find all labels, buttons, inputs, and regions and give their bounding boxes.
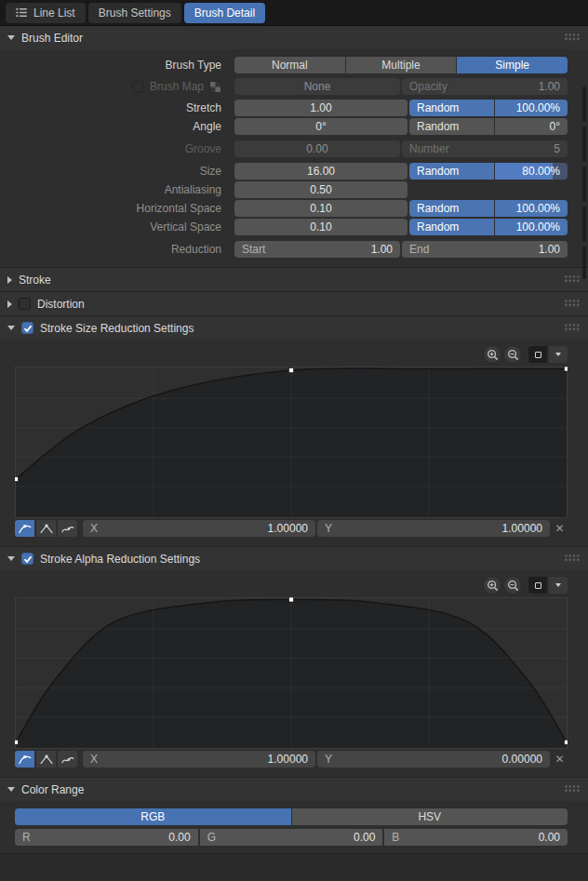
size-reduction-curve-canvas[interactable]: [15, 367, 568, 518]
brush-type-normal-button[interactable]: Normal: [234, 57, 345, 73]
color-range-header[interactable]: Color Range: [0, 778, 588, 801]
brush-map-menu[interactable]: None: [234, 78, 400, 95]
scrollbar-thumb-segment[interactable]: [582, 87, 586, 122]
alpha-reduction-curve-canvas[interactable]: [15, 597, 568, 749]
tab-brush-detail[interactable]: Brush Detail: [184, 3, 265, 23]
panel-grip-icon[interactable]: [565, 300, 581, 308]
hspace-value: 0.10: [310, 202, 331, 215]
opacity-field[interactable]: Opacity 1.00: [402, 78, 568, 95]
brush-type-simple-button[interactable]: Simple: [457, 57, 568, 73]
random-label: Random: [417, 101, 459, 114]
horizontal-space-random-toggle[interactable]: Random: [409, 200, 494, 217]
distortion-checkbox[interactable]: [19, 298, 31, 310]
reduction-start-field[interactable]: Start 1.00: [234, 241, 400, 258]
handle-auto-button[interactable]: [15, 520, 34, 537]
panel-grip-icon[interactable]: [565, 324, 581, 332]
y-value: 0.00000: [502, 753, 542, 766]
size-value-field[interactable]: 16.00: [234, 163, 408, 180]
handle-vector-button[interactable]: [36, 520, 56, 537]
alpha-reduction-header[interactable]: Stroke Alpha Reduction Settings: [0, 547, 588, 570]
alpha-reduction-checkbox[interactable]: [21, 553, 33, 565]
reduction-end-field[interactable]: End 1.00: [402, 241, 568, 258]
scrollbar-thumb-segment[interactable]: [582, 207, 586, 242]
horizontal-space-value-field[interactable]: 0.10: [234, 200, 408, 217]
random-value: 100.00%: [516, 101, 560, 114]
stretch-random-toggle[interactable]: Random: [409, 100, 494, 116]
angle-random-value-field[interactable]: 0°: [495, 118, 568, 135]
vertical-space-value-field[interactable]: 0.10: [234, 219, 408, 235]
curve-point-row: X 1.00000 Y 1.00000 ✕: [15, 520, 568, 537]
brush-type-label: Brush Type: [15, 59, 234, 72]
panel-grip-icon[interactable]: [565, 554, 581, 563]
angle-random-toggle[interactable]: Random: [409, 118, 494, 135]
antialiasing-value-field[interactable]: 0.50: [234, 181, 408, 198]
size-reduction-checkbox[interactable]: [21, 322, 33, 334]
chevron-right-icon: [7, 276, 12, 284]
brush-editor-header[interactable]: Brush Editor: [0, 26, 588, 49]
channel-r-field[interactable]: R 0.00: [15, 829, 198, 846]
reduction-row: Reduction Start 1.00 End 1.00: [15, 241, 568, 258]
tab-line-list[interactable]: Line List: [6, 3, 86, 23]
size-value: 16.00: [307, 165, 335, 178]
panel-grip-icon[interactable]: [565, 785, 581, 794]
panel-grip-icon[interactable]: [565, 275, 581, 284]
number-field-label: Number: [409, 142, 449, 155]
brush-map-checkbox[interactable]: [132, 81, 144, 93]
number-field[interactable]: Number 5: [402, 140, 568, 157]
angle-value-field[interactable]: 0°: [234, 118, 408, 135]
channel-g-field[interactable]: G 0.00: [200, 829, 383, 846]
point-x-field[interactable]: X 1.00000: [83, 520, 315, 537]
brush-type-multiple-button[interactable]: Multiple: [346, 57, 457, 73]
angle-label: Angle: [15, 120, 234, 133]
stretch-value-field[interactable]: 1.00: [234, 100, 408, 116]
curve-clipping-button[interactable]: [528, 346, 547, 363]
panel-grip-icon[interactable]: [565, 33, 581, 42]
tab-brush-settings[interactable]: Brush Settings: [88, 3, 181, 23]
handle-free-button[interactable]: [58, 751, 77, 768]
size-random-slider[interactable]: 80.00%: [495, 163, 568, 180]
curve-clipping-button[interactable]: [528, 577, 547, 594]
curve-zoom-in-button[interactable]: [483, 576, 501, 594]
delete-point-button[interactable]: ✕: [552, 520, 568, 537]
curve-zoom-out-button[interactable]: [503, 345, 522, 364]
curve-point-handle[interactable]: [15, 740, 19, 744]
curve-zoom-in-button[interactable]: [483, 345, 501, 364]
curve-tools-dropdown[interactable]: [549, 577, 568, 594]
point-x-field[interactable]: X 1.00000: [83, 751, 315, 768]
scrollbar-thumb-segment[interactable]: [582, 167, 586, 202]
size-reduction-header[interactable]: Stroke Size Reduction Settings: [0, 316, 588, 340]
curve-zoom-out-button[interactable]: [503, 576, 522, 594]
handle-auto-button[interactable]: [15, 751, 34, 768]
panel-alpha-reduction: Stroke Alpha Reduction Settings: [0, 547, 588, 778]
handle-vector-button[interactable]: [36, 751, 56, 768]
groove-label: Groove: [15, 142, 234, 155]
groove-value-field[interactable]: 0.00: [234, 140, 400, 157]
scrollbar[interactable]: [582, 0, 586, 881]
vertical-space-random-value-field[interactable]: 100.00%: [495, 219, 568, 235]
channel-b-field[interactable]: B 0.00: [384, 829, 568, 846]
hsv-mode-button[interactable]: HSV: [292, 808, 568, 825]
chevron-down-icon: [7, 556, 15, 561]
delete-point-button[interactable]: ✕: [552, 751, 568, 768]
rgb-mode-button[interactable]: RGB: [15, 808, 291, 825]
color-range-body: RGB HSV R 0.00 G 0.00 B 0.00: [0, 801, 588, 853]
distortion-header[interactable]: Distortion: [0, 292, 588, 315]
scrollbar-thumb-segment[interactable]: [582, 247, 586, 279]
point-y-field[interactable]: Y 1.00000: [317, 520, 550, 537]
point-y-field[interactable]: Y 0.00000: [317, 751, 550, 768]
stretch-random-value-field[interactable]: 100.00%: [495, 100, 568, 116]
curve-point-handle[interactable]: [565, 367, 568, 371]
handle-free-button[interactable]: [58, 520, 77, 537]
curve-tools-dropdown[interactable]: [549, 346, 568, 363]
horizontal-space-random-value-field[interactable]: 100.00%: [495, 200, 568, 217]
curve-point-handle[interactable]: [289, 597, 294, 602]
curve-point-handle[interactable]: [565, 740, 568, 744]
vertical-space-random-toggle[interactable]: Random: [409, 219, 494, 235]
curve-point-handle[interactable]: [289, 368, 294, 373]
scrollbar-thumb-segment[interactable]: [582, 127, 586, 162]
stroke-header[interactable]: Stroke: [0, 268, 588, 291]
size-random-toggle[interactable]: Random: [409, 163, 494, 180]
stretch-row: Stretch 1.00 Random 100.00%: [15, 100, 568, 116]
curve-point-handle[interactable]: [15, 477, 19, 482]
random-value: 80.00%: [522, 165, 560, 178]
